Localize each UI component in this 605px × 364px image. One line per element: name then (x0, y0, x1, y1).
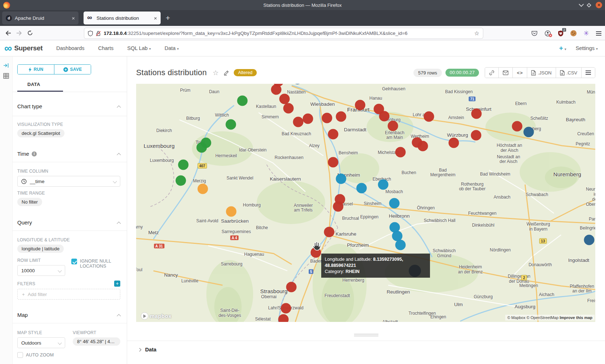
nav-sql-lab[interactable]: SQL Lab▾ (127, 45, 151, 51)
map-point-green[interactable] (237, 96, 247, 106)
map-point-red[interactable] (293, 117, 304, 127)
chevron-up-icon[interactable] (117, 314, 121, 318)
window-maximize-icon[interactable] (587, 3, 591, 8)
time-range-value[interactable]: No filter (17, 198, 42, 206)
map-point-green[interactable] (175, 176, 186, 186)
map-point-blue[interactable] (389, 198, 399, 208)
map-point-red[interactable] (424, 112, 434, 122)
favorite-star-icon[interactable]: ☆ (212, 69, 219, 77)
export-csv-button[interactable]: .CSV (556, 68, 582, 78)
map-point-red[interactable] (449, 138, 459, 148)
new-tab-button[interactable]: + (166, 14, 170, 22)
map-point-red[interactable] (286, 282, 296, 292)
pocket-icon[interactable] (531, 31, 538, 36)
auto-zoom-checkbox[interactable] (17, 352, 23, 358)
map-point-red[interactable] (324, 227, 334, 237)
map-point-red[interactable] (279, 94, 290, 104)
map-point-red[interactable] (336, 112, 346, 122)
map-point-green[interactable] (225, 119, 236, 129)
add-filter-box[interactable]: + Add filter (17, 289, 120, 300)
map-point-blue[interactable] (395, 240, 406, 250)
improve-map-link[interactable]: Improve this map (560, 315, 592, 320)
tab-close-icon[interactable]: × (72, 15, 75, 21)
tab-stations-distribution[interactable]: ∞ Stations distribution × (84, 12, 161, 24)
map-point-blue[interactable] (378, 179, 388, 190)
map-point-blue[interactable] (336, 174, 346, 184)
map-point-blue[interactable] (357, 183, 367, 193)
deckgl-map[interactable]: PrümDaunNastättenGelnhausenHanauWiesbade… (136, 84, 595, 322)
map-point-red[interactable] (512, 121, 523, 131)
email-button[interactable] (499, 68, 513, 78)
time-column-select[interactable]: __time (17, 176, 120, 187)
window-close-button[interactable]: × (596, 2, 602, 8)
tab-data[interactable]: DATA (27, 82, 120, 87)
map-point-red[interactable] (417, 141, 428, 151)
account-icon[interactable] (544, 30, 551, 37)
tracking-shield-icon[interactable] (88, 31, 93, 36)
add-filter-plus-button[interactable]: + (114, 281, 120, 287)
map-point-red[interactable] (471, 130, 481, 140)
section-map[interactable]: Map (17, 312, 120, 318)
map-attribution[interactable]: © Mapbox © OpenStreetMap Improve this ma… (505, 315, 595, 320)
menu-hamburger-icon[interactable] (596, 31, 601, 36)
section-time[interactable]: Timei (17, 151, 120, 157)
map-point-navy[interactable] (292, 84, 302, 85)
map-point-red[interactable] (387, 121, 398, 131)
copy-link-button[interactable] (485, 68, 499, 78)
embed-code-button[interactable]: <> (513, 68, 527, 78)
map-point-red[interactable] (379, 111, 389, 122)
map-point-red[interactable] (278, 314, 289, 322)
row-limit-select[interactable]: 10000 (17, 265, 65, 276)
url-bar[interactable]: 172.18.0.4:32251/superset/explore/?form_… (84, 28, 483, 38)
run-button[interactable]: RUN (18, 65, 54, 74)
save-button[interactable]: SAVE (54, 65, 91, 74)
map-point-red[interactable] (302, 113, 313, 124)
map-point-red[interactable] (283, 103, 294, 113)
section-chart-type[interactable]: Chart type (17, 103, 120, 109)
lonlat-value[interactable]: longitude | latitude (17, 245, 64, 253)
map-point-red[interactable] (333, 201, 344, 211)
back-button[interactable] (3, 28, 14, 38)
nav-add-button[interactable]: +▾ (559, 44, 566, 52)
nav-settings[interactable]: Settings▾ (576, 45, 598, 51)
bookmark-star-icon[interactable]: ☆ (474, 30, 479, 37)
map-point-red[interactable] (328, 129, 338, 140)
chevron-up-icon[interactable] (117, 105, 121, 109)
edit-properties-icon[interactable] (224, 70, 229, 76)
map-point-orange[interactable] (226, 206, 236, 217)
map-point-red[interactable] (328, 157, 338, 167)
viz-type-value[interactable]: deck.gl Scatterplot (17, 129, 64, 137)
viewport-value[interactable]: 8° 46' 45.28" | 49… (73, 337, 120, 346)
map-point-orange[interactable] (197, 183, 208, 194)
resize-handle[interactable] (354, 334, 378, 336)
chevron-up-icon[interactable] (117, 222, 121, 226)
adblock-shield-icon[interactable]: 2 (558, 30, 564, 37)
chevron-right-icon[interactable] (138, 348, 142, 351)
chart-menu-button[interactable] (582, 68, 595, 78)
url-text[interactable]: 172.18.0.4:32251/superset/explore/?form_… (104, 31, 471, 36)
nav-dashboards[interactable]: Dashboards (56, 45, 84, 51)
datasource-grid-icon[interactable] (3, 73, 9, 79)
window-minimize-icon[interactable] (579, 2, 584, 7)
map-point-red[interactable] (395, 147, 406, 157)
map-point-red[interactable] (322, 113, 332, 123)
map-point-red[interactable] (281, 303, 291, 314)
tab-apache-druid[interactable]: d Apache Druid × (2, 12, 79, 24)
section-query[interactable]: Query (17, 219, 120, 226)
mapbox-logo[interactable]: mapbox (141, 312, 172, 320)
data-results-panel[interactable]: Data (127, 341, 605, 352)
chevron-up-icon[interactable] (117, 153, 121, 157)
cookie-icon[interactable] (570, 30, 577, 36)
map-point-green[interactable] (178, 160, 189, 170)
map-point-red[interactable] (355, 100, 366, 110)
forward-button[interactable] (14, 28, 24, 38)
container-asterisk-icon[interactable]: ✳ (583, 29, 589, 37)
insecure-lock-icon[interactable] (96, 31, 101, 36)
ignore-null-checkbox[interactable] (71, 259, 77, 264)
map-style-select[interactable]: Outdoors (17, 337, 65, 348)
map-point-navy[interactable] (524, 127, 534, 137)
export-json-button[interactable]: .JSON (527, 68, 556, 78)
map-point-green[interactable] (197, 142, 207, 153)
expand-panel-icon[interactable] (3, 63, 9, 68)
tab-close-icon[interactable]: × (154, 15, 157, 21)
